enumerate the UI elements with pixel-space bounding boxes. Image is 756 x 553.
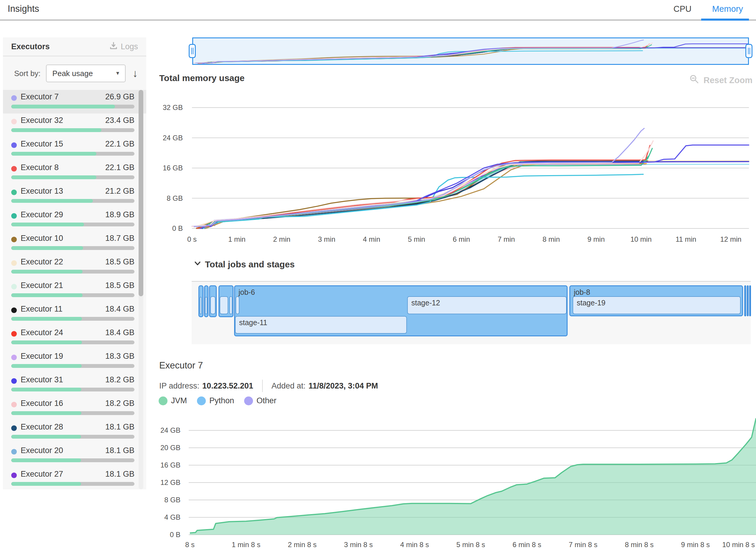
- page-title: Insights: [8, 4, 39, 14]
- jobs-section-toggle[interactable]: Total jobs and stages: [193, 259, 295, 270]
- legend-item-jvm[interactable]: JVM: [159, 396, 187, 405]
- executor-color-dot: [11, 260, 17, 266]
- brush-handle-left[interactable]: [189, 44, 196, 58]
- executor-color-dot: [11, 402, 17, 407]
- y-axis-tick-label: 12 GB: [160, 478, 180, 486]
- legend-item-python[interactable]: Python: [197, 396, 234, 405]
- stage-bar[interactable]: [210, 296, 216, 314]
- tab-memory[interactable]: Memory: [712, 4, 743, 14]
- job-label: job-6: [238, 288, 255, 297]
- x-axis-tick-label: 9 min: [587, 235, 605, 243]
- usage-bar: [11, 364, 135, 368]
- usage-bar: [11, 317, 135, 321]
- total-memory-chart: 32 GB24 GB16 GB8 GB0 B0 s1 min2 min3 min…: [0, 100, 756, 248]
- x-axis-tick-label: 8 min: [542, 235, 560, 243]
- executor-peak-value: 18.5 GB: [105, 281, 135, 290]
- tab-cpu[interactable]: CPU: [673, 4, 691, 14]
- series-executor-28: [202, 161, 644, 228]
- sort-dropdown-value: Peak usage: [53, 69, 93, 78]
- sort-by-label: Sort by:: [14, 69, 41, 78]
- header-divider: [0, 19, 756, 21]
- ip-address-label: IP address:: [159, 381, 199, 391]
- executor-color-dot: [11, 354, 17, 360]
- x-axis-tick-label: 3 min: [318, 235, 335, 243]
- list-item[interactable]: Executor 1118.4 GB: [3, 302, 146, 326]
- executor-color-dot: [11, 284, 17, 290]
- insights-page: Insights CPU Memory Executors Logs Sort …: [0, 0, 756, 553]
- total-memory-title: Total memory usage: [159, 73, 245, 83]
- job-bar[interactable]: [744, 285, 746, 316]
- executor-color-dot: [11, 378, 17, 384]
- y-axis-tick-label: 0 B: [172, 224, 183, 232]
- list-item[interactable]: Executor 2218.5 GB: [3, 255, 146, 279]
- x-axis-tick-label: 12 min: [720, 235, 742, 243]
- x-axis-tick-label: 5 min 8 s: [456, 541, 485, 549]
- stage-bar[interactable]: [205, 297, 207, 314]
- series-executor-31: [200, 162, 749, 228]
- x-axis-tick-label: 10 min 8 s: [722, 541, 755, 549]
- jobs-section-title: Total jobs and stages: [205, 259, 295, 269]
- x-axis-tick-label: 1 min: [228, 235, 246, 243]
- jvm-color-dot: [159, 396, 167, 405]
- stage-bar[interactable]: [236, 296, 239, 314]
- x-axis-tick-label: 2 min 8 s: [288, 541, 316, 549]
- y-axis-tick-label: 8 GB: [167, 194, 183, 202]
- x-axis-tick-label: 11 min: [676, 235, 696, 243]
- sort-direction-button[interactable]: ↓: [133, 68, 138, 79]
- series-executor-11: [203, 163, 643, 229]
- logs-button[interactable]: Logs: [109, 42, 138, 52]
- added-at-label: Added at:: [272, 381, 306, 391]
- stage-bar-stage-11[interactable]: stage-11: [235, 316, 407, 334]
- x-axis-tick-label: 8 min 8 s: [625, 541, 654, 549]
- overview-chart: [193, 38, 748, 64]
- y-axis-tick-label: 24 GB: [160, 426, 180, 434]
- y-axis-tick-label: 20 GB: [160, 444, 180, 452]
- stage-bar[interactable]: [229, 296, 232, 314]
- series-executor-7: [194, 129, 644, 227]
- brush-handle-right[interactable]: [745, 44, 752, 58]
- list-item[interactable]: Executor 2118.5 GB: [3, 279, 146, 302]
- active-tab-indicator: [701, 18, 749, 21]
- jobs-timeline: job-6job-8stage-11stage-12stage-19: [192, 281, 751, 344]
- reset-zoom-button[interactable]: Reset Zoom: [689, 74, 752, 86]
- list-item[interactable]: Executor 2418.4 GB: [3, 326, 146, 349]
- sort-dropdown[interactable]: Peak usage ▼: [46, 65, 126, 82]
- executor-name: Executor 22: [21, 257, 63, 266]
- legend-item-other[interactable]: Other: [244, 396, 277, 405]
- logs-label: Logs: [121, 42, 138, 51]
- y-axis-tick-label: 16 GB: [163, 164, 183, 172]
- y-axis-tick-label: 24 GB: [163, 134, 183, 142]
- y-axis-tick-label: 8 GB: [164, 496, 180, 504]
- stage-bar-stage-12[interactable]: stage-12: [407, 296, 567, 314]
- executor-name: Executor 19: [21, 352, 63, 361]
- executor-memory-chart: 24 GB20 GB16 GB12 GB8 GB4 GB0 B8 s1 min …: [0, 413, 756, 553]
- executor-peak-value: 18.4 GB: [105, 305, 135, 314]
- stage-bar-stage-19[interactable]: stage-19: [573, 296, 741, 314]
- x-axis-tick-label: 0 s: [187, 235, 197, 243]
- x-axis-tick-label: 6 min 8 s: [513, 541, 541, 549]
- job-bar[interactable]: [747, 285, 749, 316]
- overview-series: [196, 40, 644, 63]
- x-axis-tick-label: 7 min: [498, 235, 515, 243]
- job-label: job-8: [574, 288, 590, 297]
- executor-name: Executor 31: [21, 375, 63, 384]
- list-item[interactable]: Executor 3118.2 GB: [3, 373, 146, 396]
- executor-peak-value: 18.4 GB: [105, 328, 135, 337]
- executor-peak-value: 18.2 GB: [105, 399, 135, 408]
- x-axis-tick-label: 4 min: [363, 235, 380, 243]
- job-bar[interactable]: [749, 285, 751, 316]
- legend-label: JVM: [171, 396, 187, 405]
- executor-color-dot: [11, 307, 17, 313]
- list-item[interactable]: Executor 1918.3 GB: [3, 349, 146, 373]
- x-axis-tick-label: 5 min: [408, 235, 425, 243]
- stage-bar[interactable]: [200, 297, 202, 314]
- usage-bar: [11, 388, 135, 391]
- stage-bar[interactable]: [220, 296, 228, 314]
- chevron-down-icon: ▼: [115, 70, 120, 76]
- y-axis-tick-label: 16 GB: [160, 461, 180, 469]
- executor-color-dot: [11, 331, 17, 337]
- series-executor-30: [206, 164, 644, 228]
- executor-peak-value: 18.5 GB: [105, 257, 135, 266]
- stage-label: stage-19: [577, 299, 605, 307]
- executor-detail-title: Executor 7: [159, 360, 203, 371]
